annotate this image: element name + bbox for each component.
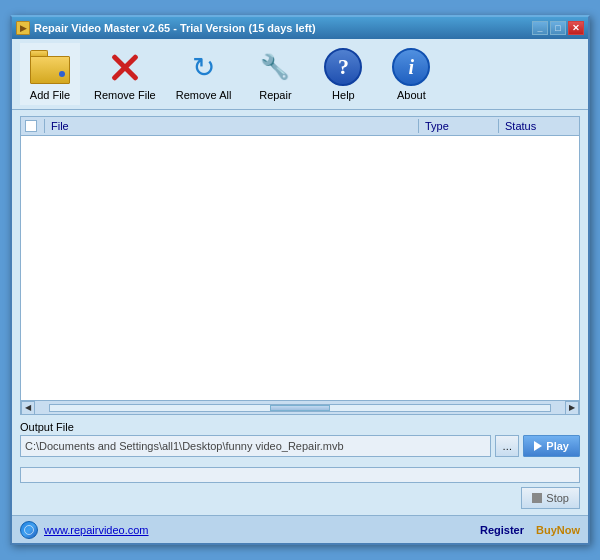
toolbar: Add File Remove File ↻ Remove All 🔧 Repa… xyxy=(12,39,588,110)
status-right: Register BuyNow xyxy=(480,524,580,536)
browse-button[interactable]: … xyxy=(495,435,519,457)
folder-icon xyxy=(30,47,70,87)
output-file-label: Output File xyxy=(20,421,580,433)
about-button[interactable]: i About xyxy=(381,43,441,105)
minimize-button[interactable]: _ xyxy=(532,21,548,35)
maximize-button[interactable]: □ xyxy=(550,21,566,35)
status-left: www.repairvideo.com xyxy=(20,521,149,539)
col-status-header: Status xyxy=(499,119,579,133)
output-path-input[interactable] xyxy=(20,435,491,457)
register-link[interactable]: Register xyxy=(480,524,524,536)
output-row: … Play xyxy=(20,435,580,457)
title-controls: _ □ ✕ xyxy=(532,21,584,35)
file-list: File Type Status ◀ ▶ xyxy=(20,116,580,415)
col-file-header: File xyxy=(45,119,419,133)
stop-button[interactable]: Stop xyxy=(521,487,580,509)
progress-bar xyxy=(20,467,580,483)
progress-area: Stop xyxy=(20,467,580,509)
title-bar: ▶ Repair Video Master v2.65 - Trial Vers… xyxy=(12,17,588,39)
select-all-checkbox[interactable] xyxy=(25,120,37,132)
stop-row: Stop xyxy=(20,487,580,509)
scroll-right-arrow[interactable]: ▶ xyxy=(565,401,579,415)
buynow-link[interactable]: BuyNow xyxy=(536,524,580,536)
close-button[interactable]: ✕ xyxy=(568,21,584,35)
help-icon: ? xyxy=(323,47,363,87)
window-title: Repair Video Master v2.65 - Trial Versio… xyxy=(34,22,316,34)
add-file-button[interactable]: Add File xyxy=(20,43,80,105)
col-type-header: Type xyxy=(419,119,499,133)
status-bar: www.repairvideo.com Register BuyNow xyxy=(12,515,588,543)
output-section: Output File … Play xyxy=(20,421,580,457)
app-icon: ▶ xyxy=(16,21,30,35)
remove-all-label: Remove All xyxy=(176,89,232,101)
file-list-body[interactable] xyxy=(21,136,579,400)
horizontal-scrollbar[interactable]: ◀ ▶ xyxy=(21,400,579,414)
about-icon: i xyxy=(391,47,431,87)
help-button[interactable]: ? Help xyxy=(313,43,373,105)
remove-file-button[interactable]: Remove File xyxy=(88,43,162,105)
help-label: Help xyxy=(332,89,355,101)
scrollbar-track[interactable] xyxy=(49,404,551,412)
remove-file-label: Remove File xyxy=(94,89,156,101)
repair-icon: 🔧 xyxy=(255,47,295,87)
remove-all-icon: ↻ xyxy=(184,47,224,87)
remove-all-button[interactable]: ↻ Remove All xyxy=(170,43,238,105)
content-area: File Type Status ◀ ▶ Output File … xyxy=(12,110,588,515)
globe-inner xyxy=(24,525,34,535)
main-window: ▶ Repair Video Master v2.65 - Trial Vers… xyxy=(10,15,590,545)
file-list-header: File Type Status xyxy=(21,117,579,136)
add-file-label: Add File xyxy=(30,89,70,101)
play-triangle-icon xyxy=(534,441,542,451)
stop-icon xyxy=(532,493,542,503)
play-label: Play xyxy=(546,440,569,452)
globe-icon xyxy=(20,521,38,539)
stop-label: Stop xyxy=(546,492,569,504)
header-checkbox-col xyxy=(21,119,45,133)
scroll-left-arrow[interactable]: ◀ xyxy=(21,401,35,415)
scrollbar-thumb[interactable] xyxy=(270,405,330,411)
repair-label: Repair xyxy=(259,89,291,101)
title-bar-left: ▶ Repair Video Master v2.65 - Trial Vers… xyxy=(16,21,316,35)
repair-button[interactable]: 🔧 Repair xyxy=(245,43,305,105)
play-button[interactable]: Play xyxy=(523,435,580,457)
website-link[interactable]: www.repairvideo.com xyxy=(44,524,149,536)
remove-file-icon xyxy=(105,47,145,87)
about-label: About xyxy=(397,89,426,101)
